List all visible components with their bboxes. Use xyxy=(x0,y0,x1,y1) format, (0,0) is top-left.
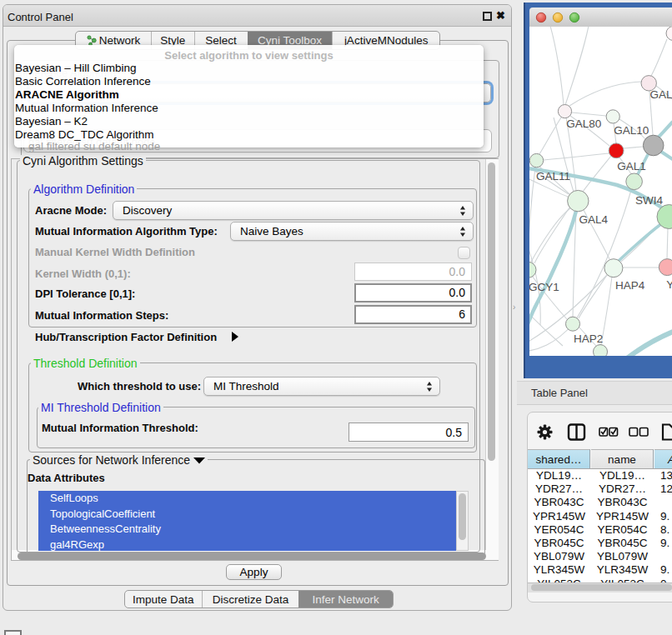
svg-text:YMR: YMR xyxy=(666,278,672,291)
svg-text:GAL80: GAL80 xyxy=(566,118,601,130)
svg-text:HAP4: HAP4 xyxy=(615,279,645,292)
svg-text:SWI4: SWI4 xyxy=(635,194,663,207)
svg-text:HAP2: HAP2 xyxy=(574,332,603,345)
svg-text:GAL1: GAL1 xyxy=(617,160,646,172)
svg-text:GCY1: GCY1 xyxy=(529,281,559,293)
svg-text:GAL2: GAL2 xyxy=(650,88,672,101)
svg-text:GAL11: GAL11 xyxy=(536,170,570,182)
svg-text:GAL4: GAL4 xyxy=(579,213,608,226)
svg-text:GAL10: GAL10 xyxy=(614,124,649,137)
